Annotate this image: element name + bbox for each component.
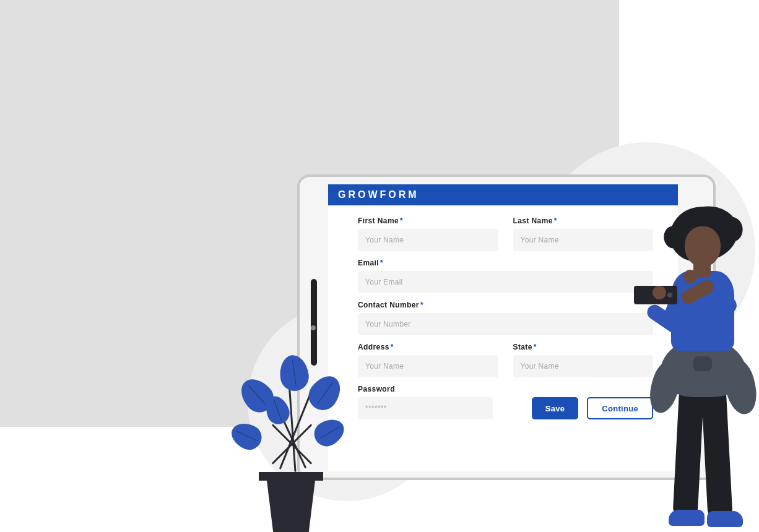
email-group: Email* — [358, 259, 653, 293]
plant-illustration — [229, 353, 353, 532]
contact-input[interactable] — [358, 313, 653, 335]
state-label: State* — [513, 343, 654, 351]
title-bar: GROWFORM — [328, 184, 678, 205]
state-group: State* — [513, 343, 654, 377]
tablet-camera-icon — [311, 325, 316, 330]
save-button[interactable]: Save — [532, 397, 579, 419]
address-label: Address* — [358, 343, 498, 351]
continue-button[interactable]: Continue — [587, 397, 653, 419]
state-input[interactable] — [513, 355, 654, 377]
address-input[interactable] — [358, 355, 498, 377]
last-name-group: Last Name* — [513, 217, 654, 251]
button-group: Save Continue — [508, 397, 653, 419]
email-input[interactable] — [358, 271, 653, 293]
first-name-label: First Name* — [358, 217, 498, 225]
password-group: Password — [358, 385, 493, 419]
email-label: Email* — [358, 259, 653, 267]
first-name-group: First Name* — [358, 217, 498, 251]
contact-group: Contact Number* — [358, 301, 653, 335]
first-name-input[interactable] — [358, 229, 498, 251]
address-group: Address* — [358, 343, 498, 377]
password-label: Password — [358, 385, 493, 393]
form-screen: GROWFORM First Name* Last Name* — [328, 184, 678, 471]
last-name-label: Last Name* — [513, 217, 654, 225]
password-input[interactable] — [358, 397, 493, 419]
contact-label: Contact Number* — [358, 301, 653, 309]
person-illustration — [653, 207, 758, 532]
form-body: First Name* Last Name* Email* — [328, 205, 678, 419]
last-name-input[interactable] — [513, 229, 654, 251]
app-title: GROWFORM — [338, 189, 419, 200]
